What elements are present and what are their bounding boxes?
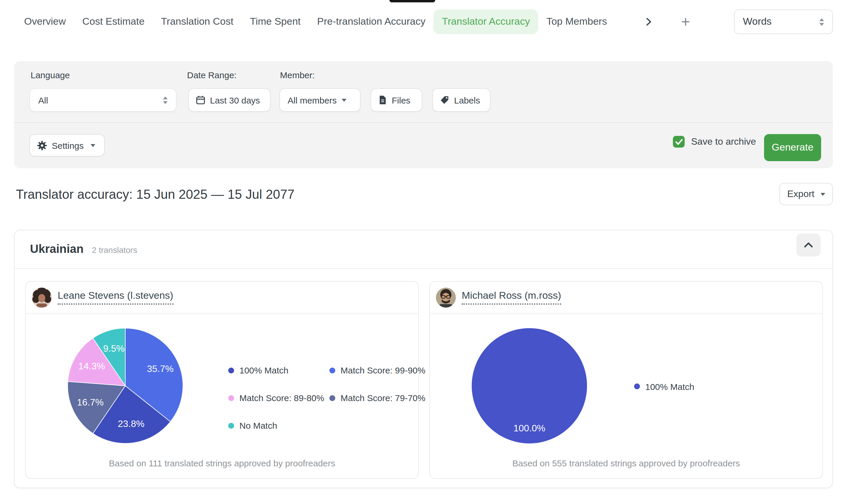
translator-card: Leane Stevens (l.stevens) 35.7%23.8%16.7… [25,281,419,479]
avatar [436,288,456,308]
translator-name-row: Leane Stevens (l.stevens) [26,282,418,314]
settings-button-label: Settings [52,140,84,150]
accuracy-pie-chart[interactable]: 100.0% [468,324,591,448]
legend-dot-icon [228,395,234,401]
select-updown-icon [163,96,168,104]
legend-dot-icon [634,383,640,389]
legend-label: Match Score: 89-80% [239,393,324,403]
gear-icon [37,140,47,150]
language-section-header: Ukrainian 2 translators [15,231,832,269]
chart-legend: 100% Match [634,380,695,393]
labels-filter-button[interactable]: Labels [432,88,490,112]
export-button[interactable]: Export [779,183,833,205]
tab-time-spent[interactable]: Time Spent [242,10,309,34]
save-to-archive-toggle[interactable]: Save to archive [673,136,756,148]
export-button-label: Export [787,189,815,199]
legend-item[interactable]: Match Score: 79-70% [329,384,426,412]
translator-card: Michael Ross (m.ross) 100.0% 100% Match … [429,281,823,479]
tab-translation-cost[interactable]: Translation Cost [152,10,241,34]
tab-top-members[interactable]: Top Members [538,10,615,34]
collapse-section-button[interactable] [796,233,821,256]
legend-label: 100% Match [239,365,289,375]
generate-button[interactable]: Generate [764,134,821,161]
report-page: Overview Cost Estimate Translation Cost … [0,0,847,504]
add-report-tab-button[interactable]: + [681,16,690,28]
tab-cost-estimate[interactable]: Cost Estimate [74,10,153,34]
legend-item[interactable]: 100% Match [228,356,329,384]
pie-slice-label: 100.0% [513,423,545,433]
save-to-archive-label: Save to archive [691,137,756,147]
legend-item[interactable]: Match Score: 89-80% [228,384,329,412]
accuracy-pie-chart[interactable]: 35.7%23.8%16.7%14.3%9.5% [64,324,187,448]
file-icon [378,95,387,105]
legend-item[interactable]: No Match [228,412,329,439]
translator-name-link[interactable]: Leane Stevens (l.stevens) [58,290,173,305]
pie-slice-label: 14.3% [78,361,105,372]
chevron-up-icon [805,243,812,247]
chevron-down-icon [820,193,825,196]
labels-button-label: Labels [454,95,480,105]
legend-item[interactable]: 100% Match [634,380,695,393]
avatar [32,288,52,308]
unit-select[interactable]: Words [734,10,833,34]
translators-count: 2 translators [92,245,137,255]
files-filter-button[interactable]: Files [371,88,422,112]
tag-icon [440,95,449,105]
calendar-icon [196,95,205,105]
language-select-value: All [38,95,48,105]
member-select[interactable]: All members [280,88,361,112]
language-section-ukrainian: Ukrainian 2 translators [14,230,833,488]
pie-slice-label: 35.7% [147,363,174,374]
legend-label: 100% Match [645,381,695,391]
unit-select-value: Words [743,16,772,28]
pie-slice-label: 23.8% [118,418,144,429]
date-range-value: Last 30 days [210,95,260,105]
legend-label: Match Score: 79-70% [341,393,426,403]
pie-slice-label: 9.5% [103,343,125,354]
tab-overview[interactable]: Overview [16,10,74,34]
chart-legend: 100% MatchMatch Score: 99-90%Match Score… [228,356,426,439]
legend-item[interactable]: Match Score: 99-90% [329,356,426,384]
pie-slice-label: 16.7% [77,397,104,408]
chart-note: Based on 555 translated strings approved… [430,458,822,468]
language-select[interactable]: All [30,88,177,112]
tabs-scroll-right-chevron-icon[interactable] [642,15,655,28]
legend-dot-icon [228,422,234,428]
select-updown-icon [819,18,824,25]
language-label: Language [31,70,70,80]
filter-panel: Language Date Range: Member: All Last 30… [14,61,833,168]
legend-label: Match Score: 99-90% [341,365,426,375]
member-select-value: All members [288,95,337,105]
chart-note: Based on 111 translated strings approved… [26,458,418,468]
chevron-down-icon [91,144,95,147]
settings-button[interactable]: Settings [30,134,105,157]
page-title: Translator accuracy: 15 Jun 2025 — 15 Ju… [16,187,294,202]
panel-divider [14,122,833,123]
legend-dot-icon [329,395,335,401]
translator-name-link[interactable]: Michael Ross (m.ross) [462,290,561,305]
translator-name-row: Michael Ross (m.ross) [430,282,822,314]
report-tabs: Overview Cost Estimate Translation Cost … [16,10,833,34]
legend-label: No Match [239,420,277,431]
chevron-down-icon [342,98,347,102]
language-name: Ukrainian [30,242,84,256]
files-button-label: Files [392,95,410,105]
tab-translator-accuracy[interactable]: Translator Accuracy [434,10,538,34]
checkbox-checked-icon[interactable] [673,136,685,148]
legend-dot-icon [329,367,335,373]
top-notch-bar [390,0,435,2]
member-label: Member: [280,70,315,80]
date-range-label: Date Range: [187,70,236,80]
date-range-button[interactable]: Last 30 days [188,88,271,112]
tab-pre-translation-accuracy[interactable]: Pre-translation Accuracy [309,10,434,34]
legend-dot-icon [228,367,234,373]
